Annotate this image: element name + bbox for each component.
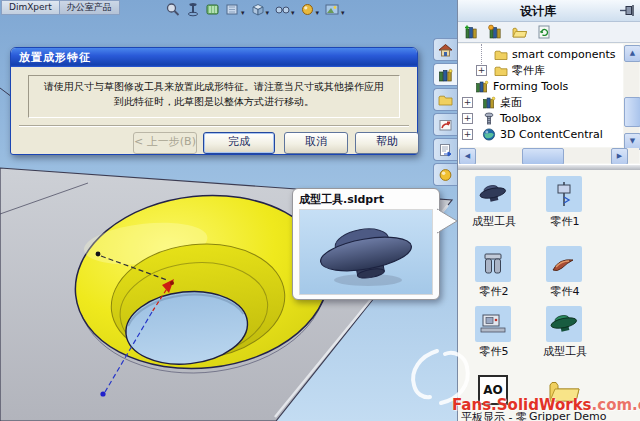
tooltip-filename: 成型工具.sldprt [293, 189, 439, 207]
dropdown-arrow[interactable] [315, 0, 320, 19]
tree-item-label[interactable]: smart components [512, 48, 615, 61]
tooltip-tail [437, 205, 459, 239]
refresh-icon [536, 24, 552, 40]
item-label[interactable]: 零件5 [458, 344, 530, 359]
tree-item-parts-library[interactable]: 零件库 [494, 62, 545, 78]
heads-up-toolbar [164, 1, 346, 17]
item-label[interactable]: Gripper Demo [529, 410, 601, 421]
task-pane-tabs [433, 38, 458, 188]
zoom-fit-icon [165, 2, 181, 17]
zoom-fit-button[interactable] [164, 1, 182, 17]
tree-item-desktop[interactable]: 桌面 [482, 94, 522, 110]
dropdown-arrow[interactable] [265, 0, 270, 19]
design-library-books-icon [482, 96, 496, 109]
item-part1[interactable] [546, 176, 582, 212]
create-new-folder-button[interactable] [510, 24, 529, 41]
sketch-point-red[interactable] [170, 281, 174, 285]
tab-office-products[interactable]: 办公室产品 [60, 0, 120, 15]
tab-design-library[interactable] [433, 63, 458, 86]
view-selector-button[interactable] [224, 1, 246, 17]
tree-item-label[interactable]: 零件库 [512, 63, 545, 78]
tree-scroll-up-button[interactable]: ▲ [624, 45, 640, 62]
panel-header: 设计库 [458, 0, 640, 22]
section-view-button[interactable] [204, 1, 221, 17]
item-annotation[interactable]: AO [475, 372, 511, 408]
back-button[interactable]: < 上一步(B) [133, 132, 197, 154]
view-orientation-pin-button[interactable] [185, 1, 201, 17]
dialog-title: 放置成形特征 [11, 48, 417, 67]
folder-icon [438, 93, 453, 107]
tree-item-label[interactable]: 桌面 [500, 95, 522, 110]
folder-large-icon [548, 377, 580, 403]
tab-custom-properties[interactable] [433, 138, 458, 161]
tab-view-palette[interactable] [433, 113, 458, 136]
item-part4[interactable] [546, 246, 582, 282]
edit-appearance-button[interactable] [299, 1, 321, 17]
item-folder[interactable] [546, 372, 582, 408]
tree-item-forming-tools[interactable]: Forming Tools [475, 78, 568, 94]
tree-item-toolbox[interactable]: Toolbox [482, 110, 541, 126]
tree-item-smart-components[interactable]: smart components [494, 46, 615, 62]
tree-hscroll-thumb[interactable] [522, 148, 564, 165]
add-to-library-button[interactable] [462, 24, 481, 41]
refresh-button[interactable] [534, 24, 553, 41]
tree-scroll-right-button[interactable]: ▶ [611, 148, 628, 165]
expander-desktop[interactable]: + [462, 97, 473, 108]
add-file-location-button[interactable] [486, 24, 505, 41]
sphere-icon [438, 168, 453, 182]
tree-vscroll-thumb[interactable] [624, 97, 640, 127]
part4-icon [551, 254, 577, 274]
forming-tool-hat-icon [300, 210, 432, 294]
item-forming-tool-1[interactable] [475, 176, 511, 212]
dropdown-arrow[interactable] [340, 0, 345, 19]
tree-item-label[interactable]: 3D ContentCentral [500, 128, 603, 141]
item-forming-tool-2[interactable] [546, 306, 582, 342]
expander-toolbox[interactable]: + [462, 113, 473, 124]
tooltip-preview-image [299, 209, 433, 295]
expander-parts-library[interactable]: + [476, 65, 487, 76]
design-library-books-icon [475, 80, 489, 93]
item-label[interactable]: 成型工具 [458, 214, 530, 229]
open-folder-icon [511, 24, 528, 40]
tab-document-recovery[interactable] [433, 163, 458, 186]
section-view-icon [205, 2, 220, 17]
properties-form-icon [438, 143, 453, 157]
item-label[interactable]: 成型工具 [529, 344, 601, 359]
tab-dimxpert[interactable]: DimXpert [1, 0, 60, 15]
apply-scene-button[interactable] [323, 1, 346, 17]
item-label[interactable]: 平板显示 - 零 [458, 410, 530, 421]
dialog-message-line1: 请使用尺寸与草图修改工具来放置此成形特征。请注意当尺寸或其他操作应用 [29, 79, 399, 94]
tab-solidworks-resources[interactable] [433, 38, 458, 61]
annotation-ao-icon: AO [478, 375, 508, 405]
item-label[interactable]: 零件4 [529, 284, 601, 299]
finish-button[interactable]: 完成 [203, 132, 275, 154]
glasses-icon [274, 2, 290, 17]
item-label[interactable]: 零件2 [458, 284, 530, 299]
pin-icon[interactable] [619, 5, 635, 16]
expander-3dcontentcentral[interactable]: + [462, 129, 473, 140]
design-library-panel: 设计库 smart components + [457, 0, 640, 421]
view-orientation-icon [186, 2, 200, 17]
panel-title: 设计库 [458, 3, 618, 20]
display-style-button[interactable] [249, 1, 271, 17]
item-label[interactable]: 零件1 [529, 214, 601, 229]
dialog-message: 请使用尺寸与草图修改工具来放置此成形特征。请注意当尺寸或其他操作应用 到此特征时… [28, 75, 400, 118]
cancel-button[interactable]: 取消 [284, 132, 348, 154]
tree-item-3dcontentcentral[interactable]: 3D ContentCentral [482, 126, 603, 142]
hide-show-items-button[interactable] [273, 1, 296, 17]
dialog-message-line2: 到此特征时，此草图是以整体方式进行移动。 [29, 94, 399, 109]
tree-scroll-left-button[interactable]: ◀ [459, 148, 476, 165]
tab-file-explorer[interactable] [433, 88, 458, 111]
sketch-point-blue[interactable] [100, 391, 105, 396]
help-button[interactable]: 帮助 [355, 132, 419, 154]
dialog-separator [19, 125, 409, 127]
dropdown-arrow[interactable] [290, 0, 295, 19]
sketch-point-black[interactable] [96, 252, 101, 257]
tree-item-label[interactable]: Forming Tools [493, 80, 568, 93]
folder-icon [494, 64, 508, 77]
item-part5[interactable] [475, 306, 511, 342]
item-part2[interactable] [475, 246, 511, 282]
tree-item-label[interactable]: Toolbox [500, 112, 541, 125]
dropdown-arrow[interactable] [240, 0, 245, 19]
command-tabs: DimXpert 办公室产品 [1, 0, 120, 15]
